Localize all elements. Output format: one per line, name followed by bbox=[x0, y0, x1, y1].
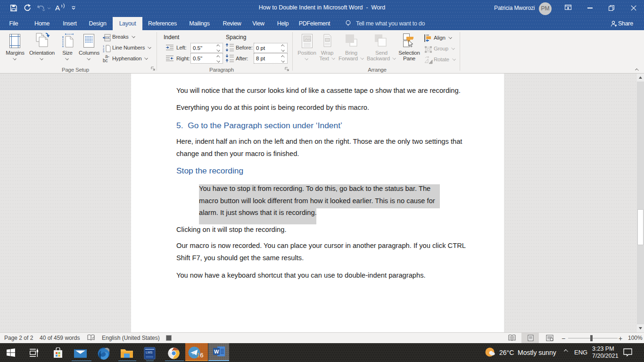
svg-text:3: 3 bbox=[103, 50, 104, 52]
svg-text:W: W bbox=[214, 349, 219, 354]
svg-text:LMS: LMS bbox=[146, 351, 153, 354]
